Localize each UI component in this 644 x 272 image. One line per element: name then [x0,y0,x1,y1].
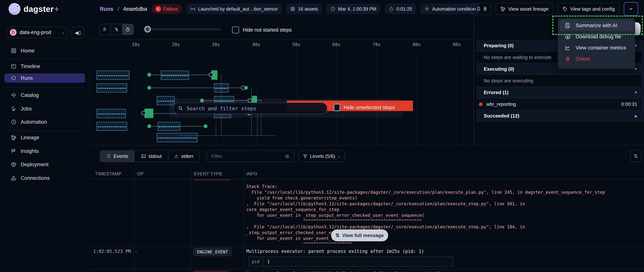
menu-item-delete[interactable]: Delete [560,54,633,64]
sidebar-item-automation[interactable]: Automation [4,117,85,127]
connections-icon [10,175,16,181]
dagster-octopus-icon [8,3,20,15]
timed-view-button[interactable] [122,24,134,35]
stack-trace-text: Stack Trace: File "/usr/local/lib/python… [246,184,605,247]
step-search-bar[interactable] [173,103,327,114]
caret-right-icon: ▶ [635,114,638,118]
gantt-start-dot [203,124,208,129]
gantt-section: Hide not started steps 10s20s30s40s50s60… [90,18,474,145]
hide-unselected-checkbox[interactable] [334,104,340,111]
executing-empty-row: No steps are executing [476,75,644,87]
sidebar-item-lineage[interactable]: Lineage [4,133,85,142]
gantt-step-bar-pending[interactable] [214,84,229,92]
axis-tick-label: 50s [292,42,300,47]
slider-handle[interactable] [144,26,151,32]
clear-filter-icon[interactable]: ⊗ [285,153,290,159]
log-row-run-failure[interactable]: 1:02:05.596 PM - RUN_FAILURE Execution o… [90,269,644,272]
gantt-step-bar-pending[interactable] [96,109,126,118]
menu-item-summarize-ai[interactable]: Summarize with AI [560,20,633,31]
stopwatch-icon [389,6,394,11]
catalog-icon [10,92,16,98]
launched-by-chip[interactable]: Launched by default_aut…tion_sensor [186,3,282,14]
warning-icon: ⚠ [174,153,178,159]
steps-panel-gutter [642,40,644,122]
log-filter-input[interactable] [211,153,283,159]
topbar-actions: 0 View asset lineage View tags and confi… [471,0,638,18]
dagster-logo[interactable]: dagster+ [8,3,59,15]
caret-down-icon: ▼ [634,90,638,95]
run-actions-dropdown-button[interactable] [624,2,638,16]
tab-stderr[interactable]: ⚠ stderr [169,150,199,162]
meta-key: pid [248,257,263,266]
gantt-step-bar-pending[interactable] [96,122,127,131]
status-badge: ! Failure [151,4,182,14]
gridline [296,50,297,145]
notifications-button[interactable]: 0 [471,3,492,15]
clock-icon [330,6,336,11]
gantt-chart[interactable]: Hide unselected steps [90,50,474,145]
workspace-avatar: D [10,29,16,36]
sensor-icon [190,6,196,11]
gantt-start-dot [147,124,152,129]
breadcrumb-runs-link[interactable]: Runs [100,6,114,12]
waterfall-view-button[interactable] [111,24,122,35]
levels-dropdown[interactable]: Levels (5/6) ⌄ [299,150,345,162]
trash-icon [565,56,571,62]
hide-not-started-checkbox[interactable] [232,26,239,33]
vertical-divider [474,18,474,145]
row-info: Execution of run for "ASSET_JOB" failed.… [246,271,440,272]
view-tags-config-button[interactable]: View tags and config [558,3,620,15]
gantt-end-dot [209,73,213,77]
gantt-step-bar-pending[interactable] [161,71,189,80]
view-full-message-button[interactable]: ⇅ View full message [331,229,388,241]
col-info: INFO [246,171,257,176]
assets-count-chip[interactable]: 16 assets [286,3,322,14]
expand-log-button[interactable]: ⇅ [630,150,642,162]
timeline-icon [10,63,16,69]
gantt-end-dot [141,111,146,115]
tab-stdout[interactable]: stdout [134,150,169,162]
gantt-step-bar-pending[interactable] [158,122,180,131]
gridline [376,50,377,145]
menu-item-container-metrics[interactable]: View container metrics [560,42,633,53]
sidebar-item-home[interactable]: Home [4,46,85,55]
col-op: OP [137,171,144,176]
terminal-icon [141,154,146,159]
notification-count: 0 [484,6,487,12]
sidebar-item-deployment[interactable]: Deployment [4,160,85,169]
sidebar-item-catalog[interactable]: Catalog [4,91,85,100]
gantt-step-bar-pending[interactable] [96,71,130,80]
axis-tick-label: 40s [252,42,260,47]
gantt-zoom-slider[interactable] [145,28,221,30]
tab-events[interactable]: Events [100,150,134,162]
gridline [136,50,136,145]
sidebar-divider [6,87,83,88]
gridline [176,50,176,145]
sidebar-item-jobs[interactable]: Jobs [4,104,85,113]
errored-step-row[interactable]: wbr_reporting 0:00:31 [476,98,644,110]
workspace-selector[interactable]: D data-eng-prod ⌄ [6,27,68,38]
gantt-step-bar-pending[interactable] [96,84,127,92]
view-asset-lineage-button[interactable]: View asset lineage [496,3,553,15]
gridline [457,50,457,145]
section-errored[interactable]: Errored (1) ▼ [476,87,644,98]
step-search-input[interactable] [186,105,322,112]
gantt-step-bar-pending[interactable] [157,133,198,142]
gridline [417,50,417,145]
menu-item-download-debug[interactable]: Download debug file [560,31,633,42]
automation-condition-icon [424,6,430,11]
sidebar-item-connections[interactable]: Connections [4,173,85,183]
sidebar-collapse-button[interactable]: ◀▯ [72,27,84,39]
log-table-header: TIMESTAMP OP EVENT TYPE INFO [90,169,644,179]
flat-view-button[interactable] [100,24,111,35]
dagster-run-page: dagster+ D data-eng-prod ⌄ ◀▯ Home Timel… [0,0,644,272]
section-succeeded[interactable]: Succeeded (12) ▶ [476,110,644,122]
sidebar-item-insights[interactable]: Insights [4,146,85,156]
log-filter: ⊗ [207,150,294,162]
sidebar-item-timeline[interactable]: Timeline [4,62,85,71]
jobs-icon [10,106,16,112]
gantt-step-bar-succeeded[interactable] [144,109,153,118]
gridline [336,50,337,145]
sidebar-item-runs[interactable]: Runs [4,73,85,83]
row-op: - [135,249,137,254]
